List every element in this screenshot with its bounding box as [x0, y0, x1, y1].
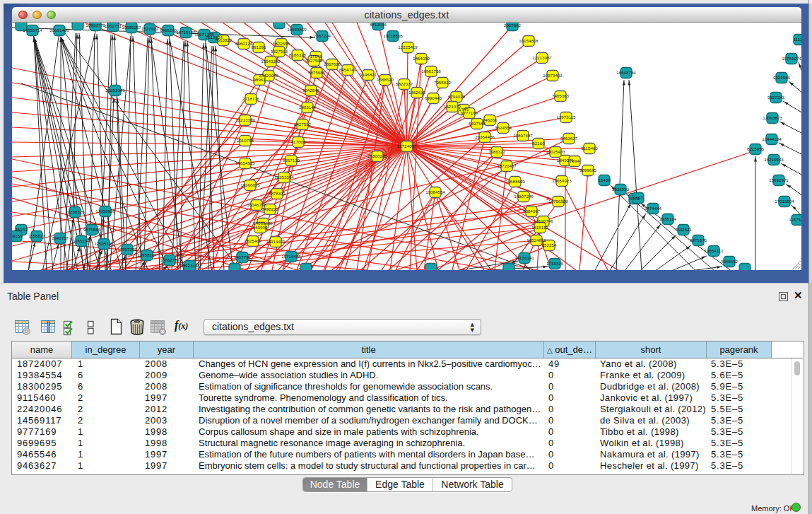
svg-text:10807487: 10807487 — [513, 133, 533, 138]
svg-text:10688609: 10688609 — [505, 179, 525, 184]
svg-text:9197: 9197 — [633, 195, 643, 200]
svg-text:19654925: 19654925 — [235, 160, 255, 165]
svg-text:9975886: 9975886 — [83, 227, 101, 232]
svg-text:1527602: 1527602 — [141, 26, 159, 31]
svg-text:19384554: 19384554 — [425, 189, 445, 194]
svg-text:16648784: 16648784 — [616, 70, 636, 75]
svg-text:9463627: 9463627 — [560, 136, 578, 141]
svg-text:140994: 140994 — [253, 225, 268, 230]
svg-text:8427552: 8427552 — [294, 122, 312, 127]
svg-text:17359926: 17359926 — [95, 209, 115, 214]
svg-text:5875685: 5875685 — [308, 70, 326, 75]
svg-text:1156827: 1156827 — [28, 233, 45, 238]
svg-text:9242848: 9242848 — [302, 88, 320, 93]
svg-text:16524851: 16524851 — [526, 238, 546, 243]
svg-text:2803144: 2803144 — [299, 105, 317, 110]
svg-text:9227343: 9227343 — [767, 95, 785, 100]
svg-text:12975115: 12975115 — [556, 115, 576, 119]
svg-text:10756928: 10756928 — [548, 199, 568, 204]
svg-text:20691406: 20691406 — [49, 28, 69, 33]
svg-text:891295: 891295 — [252, 45, 266, 49]
svg-text:5822037: 5822037 — [396, 81, 413, 86]
svg-text:2867608: 2867608 — [324, 62, 341, 66]
svg-text:7694: 7694 — [570, 158, 579, 163]
svg-text:12923446: 12923446 — [180, 263, 200, 268]
svg-text:12444194: 12444194 — [762, 136, 782, 141]
svg-text:1061731: 1061731 — [105, 23, 122, 28]
svg-text:9146821: 9146821 — [360, 72, 377, 77]
svg-text:39159: 39159 — [12, 233, 23, 238]
svg-text:10025433: 10025433 — [546, 149, 565, 154]
svg-text:8498222: 8498222 — [261, 206, 279, 211]
svg-text:16933779: 16933779 — [86, 23, 105, 28]
svg-text:8215955: 8215955 — [747, 146, 765, 151]
svg-text:7955812: 7955812 — [434, 80, 452, 85]
svg-text:9115460: 9115460 — [581, 146, 598, 151]
svg-text:20053346: 20053346 — [105, 88, 125, 93]
svg-text:7986322: 7986322 — [488, 149, 506, 154]
svg-text:1167533: 1167533 — [789, 217, 801, 222]
svg-text:14055714: 14055714 — [23, 28, 42, 33]
svg-text:2087682: 2087682 — [504, 23, 522, 28]
svg-text:17016504: 17016504 — [775, 199, 794, 204]
svg-text:12213389: 12213389 — [235, 117, 255, 122]
svg-text:9457791: 9457791 — [234, 255, 252, 259]
svg-text:9329966: 9329966 — [773, 75, 791, 80]
svg-text:9327503: 9327503 — [271, 49, 288, 54]
svg-text:16914479: 16914479 — [266, 239, 286, 244]
svg-text:9245652: 9245652 — [721, 259, 739, 264]
svg-text:18724007: 18724007 — [397, 144, 417, 148]
svg-text:8454749: 8454749 — [339, 67, 357, 72]
svg-text:9474444: 9474444 — [645, 206, 662, 211]
svg-text:1145194: 1145194 — [73, 238, 90, 243]
svg-text:12325419: 12325419 — [398, 45, 418, 49]
svg-text:7485063: 7485063 — [552, 93, 570, 98]
svg-text:46150: 46150 — [15, 227, 28, 232]
svg-text:6497568: 6497568 — [469, 121, 486, 126]
svg-text:62160: 62160 — [532, 141, 545, 146]
svg-text:9327505: 9327505 — [305, 58, 323, 63]
svg-text:16033809: 16033809 — [287, 27, 307, 32]
svg-text:20206526: 20206526 — [65, 209, 85, 214]
svg-text:19218506: 19218506 — [383, 33, 403, 38]
svg-text:16409: 16409 — [598, 177, 611, 182]
svg-text:12505135: 12505135 — [94, 241, 114, 246]
svg-text:1010753: 1010753 — [237, 138, 254, 143]
svg-text:2942757: 2942757 — [52, 235, 69, 240]
svg-text:25300265: 25300265 — [367, 153, 387, 158]
svg-text:10655257: 10655257 — [122, 25, 141, 30]
svg-text:9084067: 9084067 — [523, 209, 541, 214]
svg-text:2935114: 2935114 — [659, 216, 676, 221]
svg-text:3624554: 3624554 — [495, 125, 512, 130]
svg-text:7663822: 7663822 — [215, 37, 233, 42]
svg-text:14136141: 14136141 — [514, 255, 534, 260]
svg-text:15751074: 15751074 — [782, 56, 801, 61]
svg-text:16961758: 16961758 — [421, 69, 441, 74]
svg-text:9899695: 9899695 — [579, 168, 597, 173]
svg-text:1362615: 1362615 — [408, 90, 426, 95]
svg-text:16154808: 16154808 — [519, 38, 539, 43]
svg-text:15692971: 15692971 — [769, 177, 789, 182]
svg-text:8186328: 8186328 — [289, 52, 307, 57]
svg-text:15716485: 15716485 — [281, 254, 301, 259]
svg-text:8267130: 8267130 — [283, 158, 300, 163]
svg-text:7625402: 7625402 — [245, 238, 262, 243]
svg-text:10120746: 10120746 — [534, 218, 553, 223]
svg-text:1615152: 1615152 — [531, 225, 549, 230]
svg-text:8960124: 8960124 — [235, 41, 253, 46]
svg-text:6990443: 6990443 — [425, 95, 442, 100]
svg-text:10958107: 10958107 — [137, 252, 157, 257]
svg-text:6466160: 6466160 — [160, 28, 177, 33]
svg-text:7357224: 7357224 — [314, 33, 331, 38]
svg-text:19166825: 19166825 — [240, 182, 260, 187]
svg-text:98961: 98961 — [253, 77, 266, 82]
svg-text:20364436: 20364436 — [475, 134, 495, 139]
svg-text:15720407: 15720407 — [497, 163, 517, 168]
svg-text:6794028: 6794028 — [448, 94, 466, 99]
svg-text:1864090: 1864090 — [413, 56, 430, 61]
svg-text:16782759: 16782759 — [160, 257, 180, 262]
svg-text:8471676: 8471676 — [690, 238, 707, 243]
svg-text:16543382: 16543382 — [261, 59, 281, 64]
svg-text:18807249: 18807249 — [514, 194, 534, 199]
svg-text:8878332: 8878332 — [269, 191, 286, 196]
